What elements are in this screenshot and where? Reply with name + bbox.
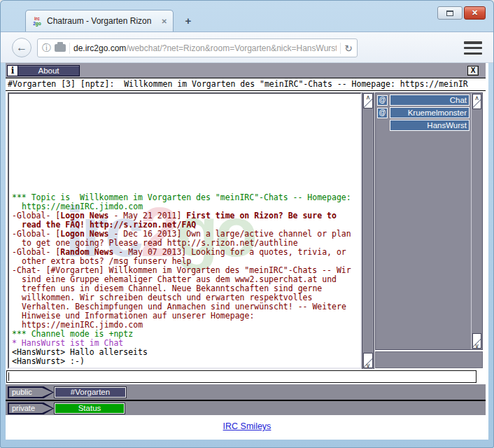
navigation-bar: ← ⓘ de.irc2go.com/webchat/?net=Rizon&roo… <box>1 31 493 63</box>
tab-title: Chatraum - Vorgarten Rizon <box>47 16 157 26</box>
about-button[interactable]: i About <box>7 65 80 76</box>
topic-bar: #Vorgarten [3] [nptz]: Willkommen im Vor… <box>6 78 486 91</box>
window-restore-button[interactable] <box>437 6 463 20</box>
tab-close-icon[interactable]: ✕ <box>162 18 167 25</box>
chat-message: -Chat- [#Vorgarten] Willkommen im Vorgar… <box>12 266 358 330</box>
browser-tab[interactable]: irc 2go Chatraum - Vorgarten Rizon ✕ <box>25 10 174 31</box>
back-button[interactable]: ← <box>12 38 31 57</box>
url-domain: de.irc2go.com <box>73 43 126 53</box>
site-info-icon[interactable]: ⓘ <box>42 42 51 55</box>
webchat-page: i About X #Vorgarten [3] [nptz]: Willkom… <box>6 63 488 440</box>
chat-message: -Global- [Random News - May 07 2013] Loo… <box>12 248 358 266</box>
public-tab-label: public <box>8 386 54 398</box>
divider <box>6 400 486 401</box>
scroll-up-button[interactable]: ∧ <box>472 94 481 109</box>
user-list-scrollbar[interactable]: ∧ ∨ <box>471 93 482 349</box>
divider <box>69 43 70 54</box>
private-tab-label: private <box>8 402 54 414</box>
chat-message: <HansWurst> :-) <box>12 357 358 366</box>
window-controls: ✕ <box>437 6 486 20</box>
reload-icon[interactable]: ↻ <box>344 43 353 53</box>
scroll-up-button[interactable]: ∧ <box>363 93 373 108</box>
message-input[interactable] <box>6 370 477 383</box>
url-bar[interactable]: ⓘ de.irc2go.com/webchat/?net=Rizon&room=… <box>37 38 358 57</box>
about-label: About <box>18 66 79 76</box>
user-list-item[interactable]: @Chat <box>377 94 470 106</box>
channel-tab-panel: public #Vorgarten private Status <box>6 384 486 415</box>
scroll-down-button[interactable]: ∨ <box>472 333 481 349</box>
new-tab-button[interactable]: + <box>181 14 196 27</box>
browser-window: irc 2go Chatraum - Vorgarten Rizon ✕ + ✕… <box>0 0 494 448</box>
chat-message: *** Topic is Willkommen im Vorgarten des… <box>12 193 358 211</box>
irc-smileys-link[interactable]: IRC Smileys <box>223 421 271 431</box>
info-icon: i <box>8 66 18 76</box>
user-nick[interactable]: Kruemelmonster <box>390 107 470 118</box>
channel-button-vorgarten[interactable]: #Vorgarten <box>55 387 126 398</box>
op-badge: @ <box>377 95 388 106</box>
page-footer: IRC Smileys <box>6 415 488 440</box>
irc2go-favicon: irc 2go <box>31 15 43 27</box>
url-path: /webchat/?net=Rizon&room=Vorgarten&nick=… <box>126 43 337 53</box>
window-close-button[interactable]: ✕ <box>464 6 486 20</box>
url-text[interactable]: de.irc2go.com/webchat/?net=Rizon&room=Vo… <box>73 43 337 53</box>
chat-area: irc2go *** Topic is Willkommen im Vorgar… <box>8 92 362 369</box>
user-list-panel: @Chat@Kruemelmonster@HansWurst ∧ ∨ <box>375 92 483 350</box>
divider <box>340 43 341 54</box>
op-badge: @ <box>377 108 388 118</box>
user-list-item[interactable]: @Kruemelmonster <box>377 107 470 118</box>
chat-scrollbar[interactable]: ∧ ∨ <box>362 92 374 369</box>
permissions-icon[interactable] <box>55 44 66 52</box>
user-nick[interactable]: Chat <box>390 94 470 106</box>
user-panel-lower-box <box>375 351 483 368</box>
user-list-item[interactable]: @HansWurst <box>377 120 470 131</box>
chat-message: -Global- [Logon News - May 21 2011] Firs… <box>12 211 358 230</box>
tab-bar: irc 2go Chatraum - Vorgarten Rizon ✕ + ✕ <box>6 6 488 31</box>
chat-message: -Global- [Logon News - Dec 16 2013] Own … <box>12 230 358 248</box>
user-list: @Chat@Kruemelmonster@HansWurst <box>377 94 470 132</box>
chat-messages: *** Topic is Willkommen im Vorgarten des… <box>9 94 360 368</box>
restore-icon <box>446 10 453 16</box>
scroll-down-button[interactable]: ∨ <box>363 353 373 368</box>
app-close-button[interactable]: X <box>467 66 479 76</box>
text-caret <box>8 372 9 381</box>
status-button[interactable]: Status <box>55 403 125 414</box>
menu-icon[interactable] <box>464 41 482 55</box>
user-nick[interactable]: HansWurst <box>390 120 470 131</box>
